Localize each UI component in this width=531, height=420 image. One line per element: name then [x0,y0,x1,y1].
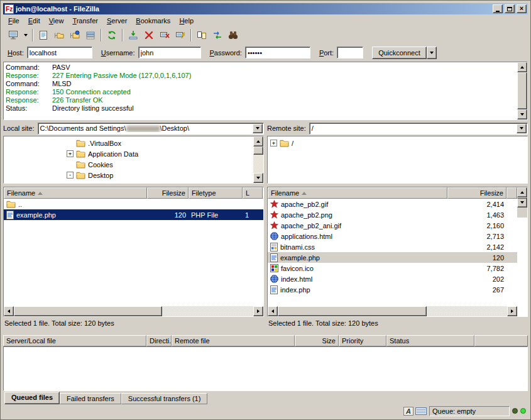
local-site-combobox[interactable]: C:\Documents and Settings\\Desktop\ [38,123,264,135]
site-manager-dropdown-button[interactable] [21,28,30,42]
disconnect-button[interactable] [157,28,172,42]
minimize-button[interactable] [493,4,503,13]
scrollbar-thumb[interactable] [517,72,527,109]
username-label: Username: [101,49,135,57]
file-row-favicon-ico[interactable]: favicon.ico7,782 [268,263,517,274]
local-tree-rows: .VirtualBox+Application DataCookies-Desk… [4,136,253,183]
scrollbar-right-button[interactable] [253,306,263,316]
file-row-index-php[interactable]: index.php267 [268,284,517,295]
scrollbar-up-button[interactable] [517,62,527,72]
column-header-l[interactable]: L [243,187,263,199]
local-site-dropdown-button[interactable] [253,124,263,133]
host-input[interactable] [27,47,92,58]
scrollbar-thumb[interactable] [253,146,263,155]
scrollbar-track[interactable] [253,146,263,173]
tab-failed-transfers[interactable]: Failed transfers [60,393,121,404]
toolbar-separator [190,29,192,41]
site-manager-button[interactable] [6,28,21,42]
tree-expander[interactable]: - [67,172,74,179]
file-row-example-php[interactable]: example.php120PHP File1 [4,209,263,220]
synchronized-browsing-button[interactable] [210,28,225,42]
remote-list-hscrollbar[interactable] [268,306,517,316]
column-header-filesize[interactable]: Filesize [447,187,506,199]
local-list-hscrollbar[interactable] [4,306,263,316]
file-row-apache-pb2-gif[interactable]: apache_pb2.gif2,414 [268,199,517,209]
tab-successful-transfers-1[interactable]: Successful transfers (1) [121,393,208,404]
port-input[interactable] [337,47,363,58]
scrollbar-left-button[interactable] [268,306,278,316]
scrollbar-up-button[interactable] [517,187,527,197]
file-row-index-html[interactable]: index.html202 [268,274,517,284]
remote-list-scrollbar[interactable] [517,187,527,207]
column-header-filename[interactable]: Filename [268,187,447,199]
tab-queued-files[interactable]: Queued files [4,392,60,404]
cell-name: example.php [268,252,447,263]
message-log-scrollbar[interactable] [517,62,527,119]
remote-site-dropdown-button[interactable] [517,124,527,133]
scrollbar-down-button[interactable] [517,109,527,119]
menu-item-view[interactable]: View [45,15,68,26]
queue-column-size[interactable]: Size [295,335,339,346]
column-header-filesize[interactable]: Filesize [147,187,189,199]
username-input[interactable] [138,47,201,58]
file-row-apache-pb2-png[interactable]: apache_pb2.png1,463 [268,209,517,220]
remote-site-combobox[interactable]: / [309,123,528,135]
scrollbar-down-button[interactable] [253,173,263,183]
quickconnect-dropdown-button[interactable] [427,47,437,59]
queue-column-status[interactable]: Status [386,335,474,346]
queue-splitter[interactable] [3,329,528,335]
menu-item-help[interactable]: Help [175,15,198,26]
scrollbar-thumb[interactable] [14,306,162,316]
queue-column-remote-file[interactable]: Remote file [172,335,295,346]
tree-expander[interactable]: + [67,150,74,157]
reconnect-button[interactable] [173,28,188,42]
menu-item-file[interactable]: File [4,15,24,26]
quickconnect-button[interactable]: Quickconnect [372,47,427,59]
message-log-toggle-button[interactable] [36,28,51,42]
password-input[interactable] [245,47,310,58]
scrollbar-right-button[interactable] [507,306,517,316]
queue-column-priority[interactable]: Priority [339,335,386,346]
menu-item-server[interactable]: Server [102,15,131,26]
title-bar[interactable]: Fz john@localhost - FileZilla × [3,3,528,14]
maximize-button[interactable] [505,4,515,13]
remote-tree-toggle-button[interactable] [67,28,82,42]
file-row-bitnami-css[interactable]: bitnami.css2,142 [268,241,517,252]
directory-comparison-button[interactable] [194,28,209,42]
column-header-filename[interactable]: Filename [4,187,147,199]
cancel-button[interactable] [141,28,156,42]
scrollbar-track[interactable] [278,306,507,316]
menu-item-transfer[interactable]: Transfer [68,15,102,26]
file-row-applications-html[interactable]: applications.html2,713 [268,231,517,241]
scrollbar-thumb[interactable] [517,197,527,199]
menu-item-bookmarks[interactable]: Bookmarks [131,15,175,26]
scrollbar-track[interactable] [14,306,253,316]
scrollbar-down-button[interactable] [517,197,527,207]
toolbar [3,26,528,43]
tree-item-cookies[interactable]: Cookies [4,159,253,170]
tree-item-desktop[interactable]: -Desktop [4,170,253,180]
refresh-button[interactable] [104,28,119,42]
process-queue-button[interactable] [126,28,141,42]
local-tree-toggle-button[interactable] [52,28,67,42]
file-row-apache-pb2-ani-gif[interactable]: apache_pb2_ani.gif2,160 [268,220,517,231]
column-header-filetype[interactable]: Filetype [189,187,243,199]
menu-item-edit[interactable]: Edit [24,15,45,26]
cell-size: 2,414 [447,199,506,209]
queue-column-server-local-file[interactable]: Server/Local file [3,335,146,346]
tree-item-root[interactable]: +/ [268,138,527,148]
file-row-parent-dir[interactable]: .. [4,199,263,209]
scrollbar-left-button[interactable] [4,306,14,316]
file-row-example-php[interactable]: example.php120 [268,252,517,263]
tree-item-application-data[interactable]: +Application Data [4,148,253,159]
scrollbar-track[interactable] [517,72,527,109]
tree-expander[interactable]: + [270,140,277,146]
queue-toggle-button[interactable] [83,28,98,42]
find-files-button[interactable] [226,28,241,42]
scrollbar-up-button[interactable] [253,136,263,146]
queue-column-directi[interactable]: Directi... [146,335,172,346]
tree-item-virtualbox[interactable]: .VirtualBox [4,138,253,148]
local-tree-scrollbar[interactable] [253,136,263,183]
close-button[interactable]: × [517,4,527,13]
scrollbar-thumb[interactable] [278,306,427,316]
